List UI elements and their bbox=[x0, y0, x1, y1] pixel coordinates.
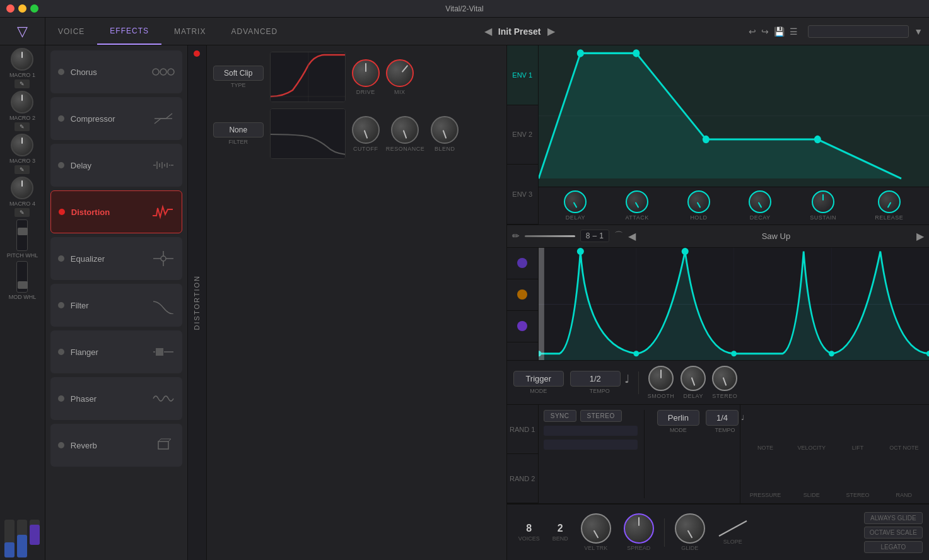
macro-4-edit[interactable]: ✎ bbox=[15, 208, 30, 217]
rand-tab-1[interactable]: RAND 1 bbox=[507, 405, 538, 454]
distortion-mix-knob[interactable] bbox=[386, 59, 414, 87]
rand-stereo-button[interactable]: STEREO bbox=[580, 410, 622, 422]
lfo-tab-2[interactable] bbox=[507, 279, 538, 311]
env-decay-knob[interactable] bbox=[749, 190, 771, 213]
menu-button[interactable]: ☰ bbox=[790, 26, 798, 37]
macro-1-label: MACRO 1 bbox=[9, 72, 35, 78]
mod-wheel: MOD WHL bbox=[3, 261, 42, 300]
always-glide-button[interactable]: ALWAYS GLIDE bbox=[864, 512, 923, 524]
distortion-filter-selector[interactable]: None bbox=[213, 122, 264, 137]
lfo-stereo-knob[interactable] bbox=[712, 366, 737, 391]
env-delay-knob[interactable] bbox=[564, 190, 587, 213]
distortion-drive-knob[interactable] bbox=[352, 59, 380, 87]
effect-reverb-dot bbox=[58, 442, 64, 448]
lfo-tempo-selector[interactable]: 1/2 bbox=[570, 371, 621, 387]
distortion-cutoff-knob[interactable] bbox=[352, 116, 380, 144]
octave-scale-button[interactable]: OCTAVE SCALE bbox=[864, 527, 923, 539]
lfo-tab-1[interactable] bbox=[507, 248, 538, 279]
distortion-type-selector[interactable]: Soft Clip bbox=[213, 66, 264, 81]
effect-flanger[interactable]: Flanger bbox=[50, 330, 182, 373]
save-button[interactable]: 💾 bbox=[774, 26, 785, 37]
maximize-button[interactable] bbox=[30, 4, 38, 13]
lfo-num-display[interactable]: 8 – 1 bbox=[580, 230, 609, 242]
rand-tab-2[interactable]: RAND 2 bbox=[507, 454, 538, 503]
slider-3-fill bbox=[30, 525, 40, 545]
rand-stereo-cell: STEREO bbox=[836, 455, 880, 501]
distortion-blend-knob[interactable] bbox=[431, 116, 459, 144]
rand-sync-button[interactable]: SYNC bbox=[544, 410, 576, 422]
macro-3-edit[interactable]: ✎ bbox=[15, 165, 30, 174]
glide-knob[interactable] bbox=[675, 513, 705, 544]
effect-filter[interactable]: Filter bbox=[50, 284, 182, 327]
rand-2-tempo-display: 1/4 ♩ bbox=[706, 410, 744, 426]
legato-button[interactable]: LEGATO bbox=[864, 541, 923, 553]
lfo-smooth-knob[interactable] bbox=[648, 366, 674, 391]
preset-prev-button[interactable]: ◀ bbox=[484, 25, 492, 37]
macro-1-edit[interactable]: ✎ bbox=[15, 79, 30, 88]
rand-2-tempo-selector[interactable]: 1/4 bbox=[706, 410, 739, 426]
env-attack-knob[interactable] bbox=[626, 190, 648, 213]
distortion-filter-label: FILTER bbox=[229, 139, 248, 145]
flanger-icon bbox=[152, 341, 175, 363]
rand-lift-cell: LIFT bbox=[836, 407, 880, 453]
macro-2-knob[interactable] bbox=[11, 91, 33, 114]
macro-4-knob[interactable] bbox=[11, 177, 33, 199]
slope-display[interactable] bbox=[718, 520, 748, 537]
tab-advanced[interactable]: ADVANCED bbox=[218, 18, 290, 45]
close-button[interactable] bbox=[6, 4, 15, 13]
effect-chorus[interactable]: Chorus bbox=[50, 50, 182, 93]
lfo-pencil-icon[interactable]: ✏ bbox=[512, 231, 520, 241]
minimize-button[interactable] bbox=[18, 4, 26, 13]
macro-3-knob[interactable] bbox=[11, 134, 33, 156]
effect-phaser[interactable]: Phaser bbox=[50, 377, 182, 420]
effect-compressor[interactable]: Compressor bbox=[50, 97, 182, 140]
lfo-delay-knob[interactable] bbox=[681, 366, 706, 391]
effect-flanger-dot bbox=[58, 349, 64, 355]
svg-line-27 bbox=[168, 439, 171, 441]
distortion-drive-label: DRIVE bbox=[356, 89, 375, 95]
lfo-smooth-label: SMOOTH bbox=[648, 393, 675, 399]
tab-voice[interactable]: VOICE bbox=[45, 18, 97, 45]
effect-equalizer[interactable]: Equalizer bbox=[50, 237, 182, 280]
distortion-enabled-dot[interactable] bbox=[194, 50, 200, 57]
env-sustain-knob[interactable] bbox=[812, 190, 834, 213]
effect-reverb[interactable]: Reverb bbox=[50, 424, 182, 467]
lfo-prev-wave-button[interactable]: ◀ bbox=[628, 230, 636, 242]
env-attack-label: ATTACK bbox=[626, 214, 649, 221]
lfo-tab-3[interactable] bbox=[507, 311, 538, 342]
bend-value: 2 bbox=[558, 523, 563, 534]
distortion-resonance-knob[interactable] bbox=[391, 116, 419, 144]
lfo-mode-selector[interactable]: Trigger bbox=[513, 371, 564, 387]
tab-matrix[interactable]: MATRIX bbox=[161, 18, 218, 45]
collapse-button[interactable]: ▼ bbox=[914, 26, 923, 37]
lfo-2-dot bbox=[517, 289, 527, 300]
macro-2-edit[interactable]: ✎ bbox=[15, 122, 30, 131]
mod-wheel-track[interactable] bbox=[16, 261, 28, 293]
slider-2[interactable] bbox=[17, 520, 27, 557]
distortion-curve-display bbox=[270, 52, 346, 102]
undo-button[interactable]: ↩ bbox=[749, 26, 756, 37]
svg-point-42 bbox=[577, 248, 584, 255]
distortion-type-wrap: Soft Clip TYPE bbox=[213, 66, 264, 88]
effect-delay[interactable]: Delay bbox=[50, 144, 182, 187]
search-bar[interactable] bbox=[808, 25, 909, 38]
slider-3[interactable] bbox=[30, 520, 40, 545]
spread-knob[interactable] bbox=[624, 513, 654, 544]
macro-1-knob[interactable] bbox=[11, 48, 33, 71]
distortion-label: DISTORTION bbox=[193, 275, 201, 330]
slider-1[interactable] bbox=[4, 520, 15, 557]
env-tab-1[interactable]: ENV 1 bbox=[507, 45, 538, 105]
vel-trk-knob[interactable] bbox=[581, 513, 611, 544]
effect-distortion[interactable]: Distortion bbox=[50, 190, 182, 233]
tab-effects[interactable]: EFFECTS bbox=[97, 18, 161, 45]
env-release-knob[interactable] bbox=[878, 190, 901, 213]
env-tab-2[interactable]: ENV 2 bbox=[507, 105, 538, 165]
env-hold-knob[interactable] bbox=[687, 190, 710, 213]
effect-flanger-label: Flanger bbox=[71, 347, 146, 357]
env-tab-3[interactable]: ENV 3 bbox=[507, 165, 538, 225]
redo-button[interactable]: ↪ bbox=[761, 26, 769, 37]
rand-2-mode-selector[interactable]: Perlin bbox=[657, 410, 699, 426]
lfo-next-wave-button[interactable]: ▶ bbox=[916, 230, 924, 242]
pitch-wheel-track[interactable] bbox=[16, 219, 28, 251]
preset-next-button[interactable]: ▶ bbox=[547, 25, 555, 37]
